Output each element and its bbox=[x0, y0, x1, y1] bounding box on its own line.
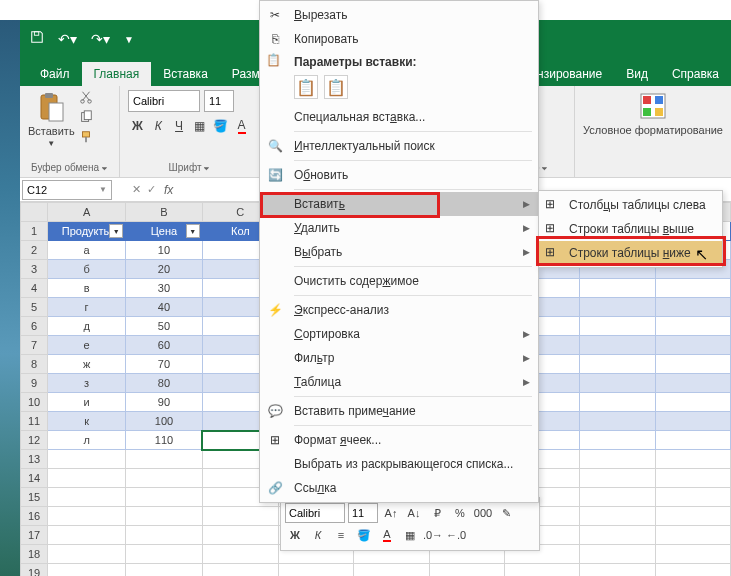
mini-increase-font[interactable]: A↑ bbox=[381, 503, 401, 523]
mini-increase-decimal[interactable]: .0→ bbox=[423, 525, 443, 545]
tab-home[interactable]: Главная bbox=[82, 62, 152, 86]
copy-icon[interactable] bbox=[79, 110, 93, 128]
ctx-filter[interactable]: Фильтр▶ bbox=[260, 346, 538, 370]
tab-view[interactable]: Вид bbox=[614, 62, 660, 86]
undo-icon[interactable]: ↶▾ bbox=[58, 31, 77, 47]
ctx-copy[interactable]: ⎘Копировать bbox=[260, 27, 538, 51]
ctx-pick-from-list[interactable]: Выбрать из раскрывающегося списка... bbox=[260, 452, 538, 476]
mini-bold[interactable]: Ж bbox=[285, 525, 305, 545]
svg-rect-12 bbox=[643, 108, 651, 116]
mini-decrease-font[interactable]: A↓ bbox=[404, 503, 424, 523]
mini-percent-format[interactable]: % bbox=[450, 503, 470, 523]
tab-file[interactable]: Файл bbox=[28, 62, 82, 86]
mini-accounting-format[interactable]: ₽ bbox=[427, 503, 447, 523]
sub-cols-left[interactable]: ⊞Столбцы таблицы слева bbox=[539, 193, 722, 217]
mini-toolbar: A↑ A↓ ₽ % 000 ✎ Ж К ≡ 🪣 A ▦ .0→ ←.0 bbox=[280, 497, 540, 551]
cancel-formula-icon[interactable]: ✕ bbox=[132, 183, 141, 196]
paste-option-values[interactable]: 📋 bbox=[324, 75, 348, 99]
ctx-table[interactable]: Таблица▶ bbox=[260, 370, 538, 394]
cut-icon[interactable] bbox=[79, 90, 93, 108]
submenu-arrow-icon: ▶ bbox=[523, 199, 530, 209]
svg-rect-7 bbox=[84, 111, 91, 120]
mini-decrease-decimal[interactable]: ←.0 bbox=[446, 525, 466, 545]
mouse-cursor-icon: ↖ bbox=[695, 245, 708, 264]
svg-rect-8 bbox=[82, 132, 89, 137]
empty-row: 19 bbox=[21, 564, 731, 577]
ctx-clear[interactable]: Очистить содержимое bbox=[260, 269, 538, 293]
format-painter-icon[interactable] bbox=[79, 130, 93, 148]
insert-cols-left-icon: ⊞ bbox=[545, 197, 561, 213]
paste-button[interactable]: Вставить ▼ bbox=[28, 91, 75, 148]
context-menu: ✂Вырезать ⎘Копировать 📋Параметры вставки… bbox=[259, 0, 539, 503]
ctx-select[interactable]: Выбрать▶ bbox=[260, 240, 538, 264]
mini-italic[interactable]: К bbox=[308, 525, 328, 545]
italic-button[interactable]: К bbox=[149, 116, 168, 136]
clipboard-group-label: Буфер обмена bbox=[28, 160, 111, 175]
ctx-insert[interactable]: Вставить▶ bbox=[260, 192, 538, 216]
clipboard-icon: 📋 bbox=[266, 53, 281, 67]
tab-insert[interactable]: Вставка bbox=[151, 62, 220, 86]
ctx-sort[interactable]: Сортировка▶ bbox=[260, 322, 538, 346]
font-group-label: Шрифт bbox=[128, 160, 251, 175]
mini-font-color[interactable]: A bbox=[377, 525, 397, 545]
insert-rows-above-icon: ⊞ bbox=[545, 221, 561, 237]
svg-rect-10 bbox=[643, 96, 651, 104]
mini-borders[interactable]: ▦ bbox=[400, 525, 420, 545]
customize-qat-icon[interactable]: ▼ bbox=[124, 34, 134, 45]
mini-font-size[interactable] bbox=[348, 503, 378, 523]
quick-analysis-icon: ⚡ bbox=[266, 301, 284, 319]
ctx-paste-options-header: 📋Параметры вставки: bbox=[260, 51, 538, 73]
comment-icon: 💬 bbox=[266, 402, 284, 420]
mini-align[interactable]: ≡ bbox=[331, 525, 351, 545]
ctx-quick-analysis[interactable]: ⚡Экспресс-анализ bbox=[260, 298, 538, 322]
save-icon[interactable] bbox=[30, 30, 44, 48]
ctx-link[interactable]: 🔗Ссылка bbox=[260, 476, 538, 500]
name-box[interactable]: C12▼ bbox=[22, 180, 112, 200]
format-cells-icon: ⊞ bbox=[266, 431, 284, 449]
svg-rect-13 bbox=[655, 108, 663, 116]
font-name-select[interactable] bbox=[128, 90, 200, 112]
filter-dropdown-icon[interactable]: ▼ bbox=[109, 224, 123, 238]
search-icon: 🔍 bbox=[266, 137, 284, 155]
link-icon: 🔗 bbox=[266, 479, 284, 497]
ctx-format-cells[interactable]: ⊞Формат ячеек... bbox=[260, 428, 538, 452]
svg-rect-0 bbox=[34, 32, 38, 36]
scissors-icon: ✂ bbox=[266, 6, 284, 24]
ctx-insert-comment[interactable]: 💬Вставить примечание bbox=[260, 399, 538, 423]
paste-option-default[interactable]: 📋 bbox=[294, 75, 318, 99]
redo-icon[interactable]: ↷▾ bbox=[91, 31, 110, 47]
fx-icon[interactable]: fx bbox=[164, 183, 173, 197]
sub-rows-above[interactable]: ⊞Строки таблицы выше bbox=[539, 217, 722, 241]
ctx-delete[interactable]: Удалить▶ bbox=[260, 216, 538, 240]
svg-rect-11 bbox=[655, 96, 663, 104]
cond-format-label: Условное форматирование bbox=[583, 124, 723, 136]
mini-fill-color[interactable]: 🪣 bbox=[354, 525, 374, 545]
underline-button[interactable]: Ч bbox=[170, 116, 189, 136]
enter-formula-icon[interactable]: ✓ bbox=[147, 183, 156, 196]
tab-help[interactable]: Справка bbox=[660, 62, 731, 86]
mini-comma-format[interactable]: 000 bbox=[473, 503, 493, 523]
ctx-cut[interactable]: ✂Вырезать bbox=[260, 3, 538, 27]
svg-rect-2 bbox=[45, 93, 53, 98]
paste-label: Вставить bbox=[28, 125, 75, 137]
font-size-select[interactable] bbox=[204, 90, 234, 112]
ctx-smart-lookup[interactable]: 🔍Интеллектуальный поиск bbox=[260, 134, 538, 158]
copy-icon: ⎘ bbox=[266, 30, 284, 48]
desktop-background bbox=[0, 20, 20, 576]
refresh-icon: 🔄 bbox=[266, 166, 284, 184]
mini-font-name[interactable] bbox=[285, 503, 345, 523]
filter-dropdown-icon[interactable]: ▼ bbox=[186, 224, 200, 238]
border-button[interactable]: ▦ bbox=[190, 116, 209, 136]
fill-color-button[interactable]: 🪣 bbox=[211, 116, 230, 136]
font-color-button[interactable]: A bbox=[232, 116, 251, 136]
mini-format-painter[interactable]: ✎ bbox=[496, 503, 516, 523]
insert-rows-below-icon: ⊞ bbox=[545, 245, 561, 261]
ctx-paste-special[interactable]: Специальная вставка... bbox=[260, 105, 538, 129]
svg-rect-3 bbox=[49, 103, 63, 121]
ctx-refresh[interactable]: 🔄Обновить bbox=[260, 163, 538, 187]
conditional-formatting-button[interactable]: Условное форматирование bbox=[575, 86, 731, 177]
bold-button[interactable]: Ж bbox=[128, 116, 147, 136]
